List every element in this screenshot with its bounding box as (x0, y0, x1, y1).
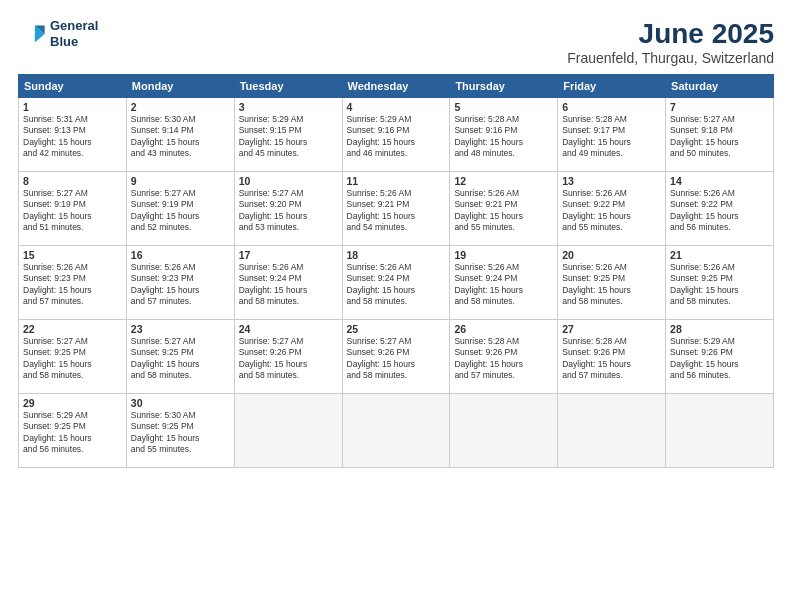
calendar-cell: 21 Sunrise: 5:26 AM Sunset: 9:25 PM Dayl… (666, 246, 774, 320)
day-info: Sunrise: 5:28 AM Sunset: 9:16 PM Dayligh… (454, 114, 553, 160)
calendar-cell: 8 Sunrise: 5:27 AM Sunset: 9:19 PM Dayli… (19, 172, 127, 246)
day-number: 27 (562, 323, 661, 335)
weekday-header-row: Sunday Monday Tuesday Wednesday Thursday… (19, 75, 774, 98)
calendar-cell: 26 Sunrise: 5:28 AM Sunset: 9:26 PM Dayl… (450, 320, 558, 394)
header-friday: Friday (558, 75, 666, 98)
day-info: Sunrise: 5:26 AM Sunset: 9:21 PM Dayligh… (347, 188, 446, 234)
day-info: Sunrise: 5:26 AM Sunset: 9:21 PM Dayligh… (454, 188, 553, 234)
day-info: Sunrise: 5:27 AM Sunset: 9:20 PM Dayligh… (239, 188, 338, 234)
calendar-week-1: 1 Sunrise: 5:31 AM Sunset: 9:13 PM Dayli… (19, 98, 774, 172)
calendar-cell: 22 Sunrise: 5:27 AM Sunset: 9:25 PM Dayl… (19, 320, 127, 394)
header: General Blue June 2025 Frauenfeld, Thurg… (18, 18, 774, 66)
calendar-body: 1 Sunrise: 5:31 AM Sunset: 9:13 PM Dayli… (19, 98, 774, 468)
day-number: 17 (239, 249, 338, 261)
logo-icon (18, 20, 46, 48)
day-info: Sunrise: 5:27 AM Sunset: 9:26 PM Dayligh… (239, 336, 338, 382)
calendar-cell: 7 Sunrise: 5:27 AM Sunset: 9:18 PM Dayli… (666, 98, 774, 172)
day-number: 28 (670, 323, 769, 335)
day-number: 19 (454, 249, 553, 261)
calendar-cell: 12 Sunrise: 5:26 AM Sunset: 9:21 PM Dayl… (450, 172, 558, 246)
header-sunday: Sunday (19, 75, 127, 98)
calendar-cell: 9 Sunrise: 5:27 AM Sunset: 9:19 PM Dayli… (126, 172, 234, 246)
calendar-cell (558, 394, 666, 468)
calendar-cell: 13 Sunrise: 5:26 AM Sunset: 9:22 PM Dayl… (558, 172, 666, 246)
day-info: Sunrise: 5:26 AM Sunset: 9:24 PM Dayligh… (454, 262, 553, 308)
day-number: 21 (670, 249, 769, 261)
calendar-cell: 17 Sunrise: 5:26 AM Sunset: 9:24 PM Dayl… (234, 246, 342, 320)
day-info: Sunrise: 5:26 AM Sunset: 9:24 PM Dayligh… (347, 262, 446, 308)
day-number: 7 (670, 101, 769, 113)
day-number: 2 (131, 101, 230, 113)
day-number: 11 (347, 175, 446, 187)
day-number: 29 (23, 397, 122, 409)
day-info: Sunrise: 5:26 AM Sunset: 9:23 PM Dayligh… (131, 262, 230, 308)
calendar-cell: 27 Sunrise: 5:28 AM Sunset: 9:26 PM Dayl… (558, 320, 666, 394)
header-saturday: Saturday (666, 75, 774, 98)
calendar-cell (342, 394, 450, 468)
day-info: Sunrise: 5:28 AM Sunset: 9:26 PM Dayligh… (454, 336, 553, 382)
day-number: 12 (454, 175, 553, 187)
day-info: Sunrise: 5:29 AM Sunset: 9:26 PM Dayligh… (670, 336, 769, 382)
calendar-cell: 30 Sunrise: 5:30 AM Sunset: 9:25 PM Dayl… (126, 394, 234, 468)
logo: General Blue (18, 18, 98, 49)
calendar-cell: 23 Sunrise: 5:27 AM Sunset: 9:25 PM Dayl… (126, 320, 234, 394)
subtitle: Frauenfeld, Thurgau, Switzerland (567, 50, 774, 66)
day-number: 25 (347, 323, 446, 335)
day-number: 14 (670, 175, 769, 187)
day-info: Sunrise: 5:26 AM Sunset: 9:25 PM Dayligh… (562, 262, 661, 308)
calendar-cell: 20 Sunrise: 5:26 AM Sunset: 9:25 PM Dayl… (558, 246, 666, 320)
day-number: 15 (23, 249, 122, 261)
calendar-cell: 25 Sunrise: 5:27 AM Sunset: 9:26 PM Dayl… (342, 320, 450, 394)
calendar-cell: 18 Sunrise: 5:26 AM Sunset: 9:24 PM Dayl… (342, 246, 450, 320)
calendar-cell: 4 Sunrise: 5:29 AM Sunset: 9:16 PM Dayli… (342, 98, 450, 172)
day-number: 5 (454, 101, 553, 113)
calendar-header: Sunday Monday Tuesday Wednesday Thursday… (19, 75, 774, 98)
day-info: Sunrise: 5:26 AM Sunset: 9:22 PM Dayligh… (562, 188, 661, 234)
day-info: Sunrise: 5:26 AM Sunset: 9:23 PM Dayligh… (23, 262, 122, 308)
day-info: Sunrise: 5:29 AM Sunset: 9:16 PM Dayligh… (347, 114, 446, 160)
calendar-cell: 2 Sunrise: 5:30 AM Sunset: 9:14 PM Dayli… (126, 98, 234, 172)
day-number: 9 (131, 175, 230, 187)
day-number: 3 (239, 101, 338, 113)
day-info: Sunrise: 5:28 AM Sunset: 9:26 PM Dayligh… (562, 336, 661, 382)
day-info: Sunrise: 5:27 AM Sunset: 9:26 PM Dayligh… (347, 336, 446, 382)
day-info: Sunrise: 5:27 AM Sunset: 9:19 PM Dayligh… (23, 188, 122, 234)
day-number: 20 (562, 249, 661, 261)
day-number: 6 (562, 101, 661, 113)
header-monday: Monday (126, 75, 234, 98)
title-block: June 2025 Frauenfeld, Thurgau, Switzerla… (567, 18, 774, 66)
calendar-cell: 15 Sunrise: 5:26 AM Sunset: 9:23 PM Dayl… (19, 246, 127, 320)
calendar-cell: 1 Sunrise: 5:31 AM Sunset: 9:13 PM Dayli… (19, 98, 127, 172)
day-number: 18 (347, 249, 446, 261)
day-info: Sunrise: 5:27 AM Sunset: 9:25 PM Dayligh… (131, 336, 230, 382)
day-info: Sunrise: 5:31 AM Sunset: 9:13 PM Dayligh… (23, 114, 122, 160)
calendar-cell: 28 Sunrise: 5:29 AM Sunset: 9:26 PM Dayl… (666, 320, 774, 394)
day-info: Sunrise: 5:27 AM Sunset: 9:19 PM Dayligh… (131, 188, 230, 234)
day-number: 1 (23, 101, 122, 113)
calendar-cell: 10 Sunrise: 5:27 AM Sunset: 9:20 PM Dayl… (234, 172, 342, 246)
day-number: 24 (239, 323, 338, 335)
day-info: Sunrise: 5:26 AM Sunset: 9:24 PM Dayligh… (239, 262, 338, 308)
calendar-cell: 11 Sunrise: 5:26 AM Sunset: 9:21 PM Dayl… (342, 172, 450, 246)
calendar-cell: 29 Sunrise: 5:29 AM Sunset: 9:25 PM Dayl… (19, 394, 127, 468)
day-info: Sunrise: 5:29 AM Sunset: 9:15 PM Dayligh… (239, 114, 338, 160)
header-tuesday: Tuesday (234, 75, 342, 98)
day-number: 26 (454, 323, 553, 335)
day-number: 23 (131, 323, 230, 335)
day-number: 8 (23, 175, 122, 187)
calendar-cell: 19 Sunrise: 5:26 AM Sunset: 9:24 PM Dayl… (450, 246, 558, 320)
day-info: Sunrise: 5:29 AM Sunset: 9:25 PM Dayligh… (23, 410, 122, 456)
calendar-cell (666, 394, 774, 468)
day-number: 13 (562, 175, 661, 187)
day-number: 16 (131, 249, 230, 261)
day-info: Sunrise: 5:30 AM Sunset: 9:25 PM Dayligh… (131, 410, 230, 456)
day-info: Sunrise: 5:26 AM Sunset: 9:25 PM Dayligh… (670, 262, 769, 308)
day-number: 30 (131, 397, 230, 409)
calendar-week-3: 15 Sunrise: 5:26 AM Sunset: 9:23 PM Dayl… (19, 246, 774, 320)
main-title: June 2025 (567, 18, 774, 50)
day-info: Sunrise: 5:27 AM Sunset: 9:18 PM Dayligh… (670, 114, 769, 160)
day-info: Sunrise: 5:27 AM Sunset: 9:25 PM Dayligh… (23, 336, 122, 382)
day-number: 22 (23, 323, 122, 335)
calendar-cell (450, 394, 558, 468)
calendar-table: Sunday Monday Tuesday Wednesday Thursday… (18, 74, 774, 468)
